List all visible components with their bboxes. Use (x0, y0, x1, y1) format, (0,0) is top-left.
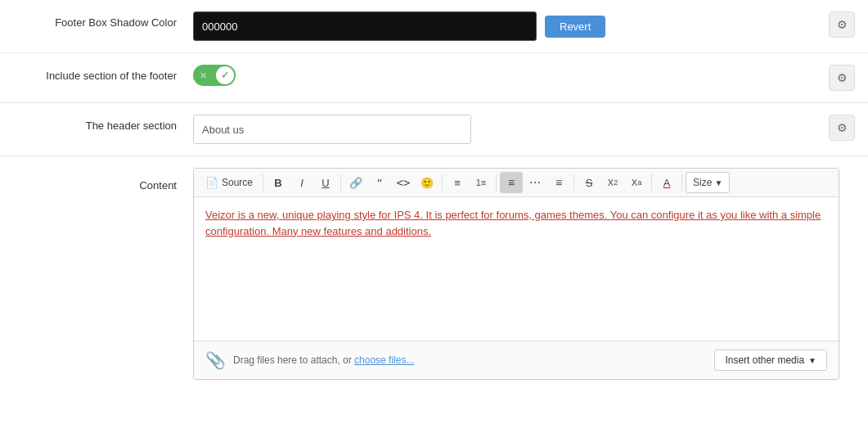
gear-icon-2: ⚙ (837, 71, 848, 84)
toggle-track: ✕ ✓ (193, 65, 236, 86)
attach-text: Drag files here to attach, or choose fil… (233, 354, 414, 366)
settings-panel: Footer Box Shadow Color Revert ⚙ Include… (0, 0, 868, 424)
footer-shadow-label: Footer Box Shadow Color (13, 11, 193, 29)
font-color-button[interactable]: A (655, 172, 678, 193)
content-row: Content 📄 Source B I U 🔗 " <> (0, 156, 868, 391)
include-footer-control: ✕ ✓ (193, 65, 829, 86)
header-section-control (193, 115, 829, 144)
gear-icon: ⚙ (837, 18, 848, 31)
include-footer-row: Include section of the footer ✕ ✓ ⚙ (0, 53, 868, 103)
toolbar-divider-7 (681, 174, 682, 191)
toggle-x-label: ✕ (200, 70, 207, 81)
align-center-button[interactable]: ≡ (500, 172, 523, 193)
toolbar-divider-2 (340, 174, 341, 191)
source-button[interactable]: 📄 Source (199, 172, 259, 193)
code-button[interactable]: <> (392, 172, 415, 193)
include-footer-toggle[interactable]: ✕ ✓ (193, 65, 236, 86)
editor-content-area[interactable]: Veizor is a new, unique playing style fo… (194, 197, 839, 341)
underline-button[interactable]: U (314, 172, 337, 193)
choose-files-link[interactable]: choose files... (354, 354, 414, 366)
align-right-button[interactable]: ≡ (547, 172, 570, 193)
ordered-list-button[interactable]: 1≡ (470, 172, 492, 193)
source-doc-icon: 📄 (205, 177, 218, 189)
include-footer-gear[interactable]: ⚙ (829, 65, 855, 91)
link-button[interactable]: 🔗 (344, 172, 367, 193)
italic-button[interactable]: I (290, 172, 313, 193)
source-label: Source (222, 177, 253, 188)
size-label: Size (693, 177, 712, 188)
insert-media-chevron-icon: ▼ (808, 356, 816, 365)
size-chevron-icon: ▼ (714, 178, 722, 187)
subscript-button[interactable]: Xa (625, 172, 648, 193)
editor-text: Veizor is a new, unique playing style fo… (205, 209, 821, 237)
gear-icon-3: ⚙ (837, 121, 848, 134)
strikethrough-button[interactable]: S (578, 172, 600, 193)
content-control: 📄 Source B I U 🔗 " <> 🙂 ≡ 1≡ ≡ (193, 168, 855, 380)
revert-button[interactable]: Revert (545, 16, 605, 38)
toolbar-divider-4 (496, 174, 497, 191)
drag-files-text: Drag files here to attach, or (233, 354, 354, 366)
paperclip-icon: 📎 (205, 350, 225, 370)
footer-shadow-input[interactable] (193, 11, 537, 41)
header-section-label: The header section (13, 115, 193, 132)
emoji-button[interactable]: 🙂 (416, 172, 438, 193)
unordered-list-button[interactable]: ≡ (446, 172, 469, 193)
footer-shadow-control: Revert (193, 11, 829, 41)
toolbar-divider-3 (442, 174, 443, 191)
header-section-input[interactable] (193, 115, 471, 144)
toggle-check-icon: ✓ (221, 70, 229, 81)
header-section-row: The header section ⚙ (0, 103, 868, 156)
footer-shadow-row: Footer Box Shadow Color Revert ⚙ (0, 0, 868, 53)
include-footer-label: Include section of the footer (13, 65, 193, 82)
header-section-gear[interactable]: ⚙ (829, 115, 855, 141)
editor-toolbar: 📄 Source B I U 🔗 " <> 🙂 ≡ 1≡ ≡ (194, 169, 839, 197)
toolbar-divider-1 (263, 174, 263, 191)
toolbar-divider-5 (573, 174, 574, 191)
footer-shadow-gear[interactable]: ⚙ (829, 11, 855, 38)
content-label: Content (13, 168, 193, 192)
size-dropdown[interactable]: Size ▼ (686, 172, 730, 193)
superscript-button[interactable]: X2 (601, 172, 624, 193)
toggle-knob: ✓ (216, 66, 234, 84)
align-left-button[interactable]: ⋯ (524, 172, 546, 193)
editor-wrapper: 📄 Source B I U 🔗 " <> 🙂 ≡ 1≡ ≡ (193, 168, 839, 380)
toolbar-divider-6 (651, 174, 652, 191)
editor-footer: 📎 Drag files here to attach, or choose f… (194, 341, 839, 379)
insert-media-label: Insert other media (725, 354, 804, 366)
insert-other-media-button[interactable]: Insert other media ▼ (714, 350, 827, 371)
quote-button[interactable]: " (368, 172, 391, 193)
bold-button[interactable]: B (267, 172, 290, 193)
